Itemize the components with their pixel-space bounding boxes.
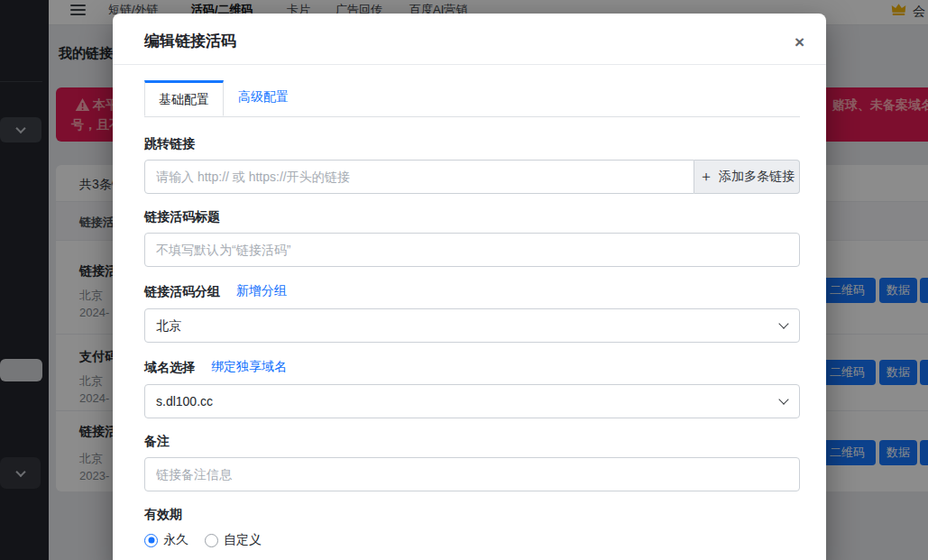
code-title-input[interactable] xyxy=(144,233,800,267)
add-multiple-links-button[interactable]: ＋ 添加多条链接 xyxy=(694,160,800,194)
add-group-link[interactable]: 新增分组 xyxy=(236,283,287,299)
group-label: 链接活码分组 xyxy=(144,285,220,298)
add-multiple-links-label: 添加多条链接 xyxy=(719,169,795,185)
radio-checked-icon xyxy=(144,534,158,547)
bind-domain-link[interactable]: 绑定独享域名 xyxy=(211,359,287,375)
edit-live-code-modal: 编辑链接活码 × 基础配置 高级配置 跳转链接 ＋ 添加多条链接 链接活码标题 … xyxy=(113,14,826,560)
radio-permanent[interactable]: 永久 xyxy=(144,532,188,548)
code-title-label: 链接活码标题 xyxy=(144,210,220,224)
form-group-jump-link: 跳转链接 ＋ 添加多条链接 xyxy=(144,137,800,194)
group-select[interactable]: 北京 xyxy=(144,308,800,343)
domain-select[interactable]: s.dl100.cc xyxy=(144,384,800,418)
tab-basic-config[interactable]: 基础配置 xyxy=(144,80,224,116)
form-group-title: 链接活码标题 xyxy=(144,210,800,267)
modal-tabs: 基础配置 高级配置 xyxy=(144,80,800,117)
jump-link-label: 跳转链接 xyxy=(144,137,195,151)
radio-unchecked-icon xyxy=(205,534,218,547)
plus-icon: ＋ xyxy=(699,170,713,184)
modal-title: 编辑链接活码 xyxy=(144,32,804,50)
modal-header: 编辑链接活码 × xyxy=(113,14,826,65)
jump-link-input[interactable] xyxy=(144,160,694,194)
form-group-validity: 有效期 永久 自定义 xyxy=(144,508,800,548)
remark-input[interactable] xyxy=(144,457,800,491)
form-group-domain: 域名选择 绑定独享域名 s.dl100.cc xyxy=(144,359,800,418)
domain-label: 域名选择 xyxy=(144,361,195,374)
close-icon[interactable]: × xyxy=(795,33,804,50)
validity-label: 有效期 xyxy=(144,508,182,521)
radio-custom-label: 自定义 xyxy=(224,532,262,548)
tab-advanced-config[interactable]: 高级配置 xyxy=(224,80,303,116)
modal-body: 基础配置 高级配置 跳转链接 ＋ 添加多条链接 链接活码标题 链接活码分组 新增… xyxy=(113,65,826,548)
form-group-remark: 备注 xyxy=(144,435,800,491)
radio-permanent-label: 永久 xyxy=(163,532,188,548)
form-group-group: 链接活码分组 新增分组 北京 xyxy=(144,283,800,343)
radio-custom[interactable]: 自定义 xyxy=(205,532,262,548)
remark-label: 备注 xyxy=(144,435,170,448)
